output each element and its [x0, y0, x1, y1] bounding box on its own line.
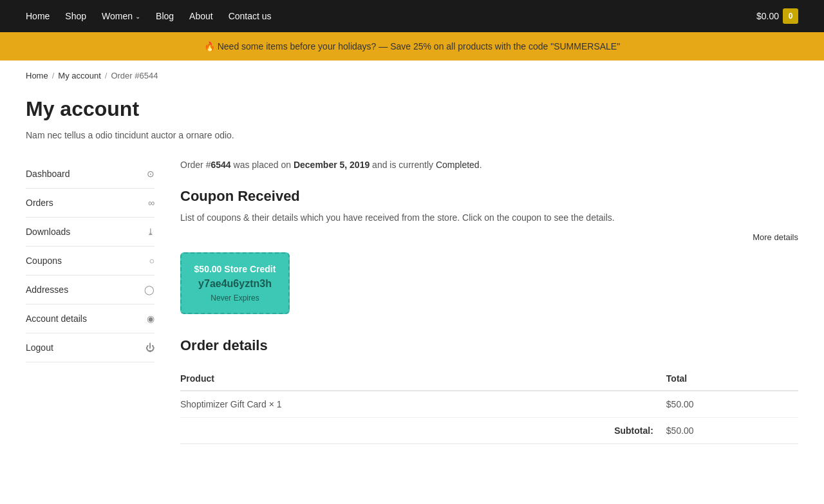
- sidebar-item-account-details[interactable]: Account details ◉: [26, 304, 154, 333]
- col-total: Total: [666, 367, 798, 391]
- coupon-section-title: Coupon Received: [180, 188, 798, 205]
- dashboard-icon: ⊙: [147, 169, 154, 179]
- order-table: Product Total Shoptimizer Gift Card × 1 …: [180, 367, 798, 444]
- col-product: Product: [180, 367, 666, 391]
- breadcrumb-sep-1: /: [52, 71, 55, 80]
- subtotal-row: Subtotal: $50.00: [180, 418, 798, 444]
- sidebar-item-downloads[interactable]: Downloads ⤓: [26, 218, 154, 247]
- account-main: Order #6544 was placed on December 5, 20…: [180, 160, 798, 444]
- cart-button[interactable]: $0.00 0: [756, 8, 798, 24]
- coupon-amount: $50.00 Store Credit: [189, 264, 281, 274]
- nav-women[interactable]: Women ⌄: [102, 11, 140, 21]
- nav-home[interactable]: Home: [26, 11, 50, 21]
- breadcrumb-current: Order #6544: [111, 71, 158, 80]
- order-details-title: Order details: [180, 337, 798, 354]
- orders-icon: ∞: [148, 198, 154, 208]
- breadcrumb-sep-2: /: [105, 71, 108, 80]
- cart-price: $0.00: [756, 11, 779, 21]
- coupon-expiry: Never Expires: [189, 294, 281, 303]
- row-product: Shoptimizer Gift Card × 1: [180, 391, 666, 418]
- subtotal-value: $50.00: [666, 418, 798, 444]
- page-description: Nam nec tellus a odio tincidunt auctor a…: [26, 130, 798, 140]
- main-content: My account Nam nec tellus a odio tincidu…: [0, 97, 824, 483]
- nav-shop[interactable]: Shop: [65, 11, 86, 21]
- more-details-link[interactable]: More details: [753, 232, 798, 242]
- sidebar-item-dashboard[interactable]: Dashboard ⊙: [26, 160, 154, 189]
- top-navigation: Home Shop Women ⌄ Blog About Contact us …: [0, 0, 824, 32]
- order-details-section: Order details Product Total Shoptimizer …: [180, 337, 798, 444]
- breadcrumb-home[interactable]: Home: [26, 71, 48, 80]
- account-details-icon: ◉: [147, 313, 154, 324]
- coupon-card[interactable]: $50.00 Store Credit y7ae4u6yztn3h Never …: [180, 252, 290, 314]
- sidebar-item-logout[interactable]: Logout ⏻: [26, 333, 154, 362]
- order-status-value: Completed: [436, 160, 480, 170]
- coupons-icon: ○: [149, 256, 154, 266]
- sidebar-item-orders[interactable]: Orders ∞: [26, 189, 154, 218]
- sidebar: Dashboard ⊙ Orders ∞ Downloads ⤓ Coupons…: [26, 160, 154, 362]
- addresses-icon: ◯: [144, 285, 154, 295]
- coupon-code: y7ae4u6yztn3h: [189, 278, 281, 290]
- account-layout: Dashboard ⊙ Orders ∞ Downloads ⤓ Coupons…: [26, 160, 798, 444]
- order-status-text: Order #6544 was placed on December 5, 20…: [180, 160, 798, 170]
- chevron-down-icon: ⌄: [135, 13, 140, 20]
- breadcrumb-my-account[interactable]: My account: [58, 71, 100, 80]
- coupon-description: List of coupons & their details which yo…: [180, 212, 798, 223]
- downloads-icon: ⤓: [147, 227, 154, 237]
- promo-banner: 🔥 Need some items before your holidays? …: [0, 32, 824, 61]
- nav-links: Home Shop Women ⌄ Blog About Contact us: [26, 11, 272, 21]
- breadcrumb: Home / My account / Order #6544: [0, 61, 824, 91]
- nav-blog[interactable]: Blog: [156, 11, 174, 21]
- order-date: December 5, 2019: [294, 160, 370, 170]
- row-total: $50.00: [666, 391, 798, 418]
- subtotal-label: Subtotal:: [180, 418, 666, 444]
- sidebar-item-addresses[interactable]: Addresses ◯: [26, 275, 154, 304]
- nav-about[interactable]: About: [189, 11, 213, 21]
- logout-icon: ⏻: [145, 342, 154, 353]
- cart-badge: 0: [783, 8, 798, 24]
- page-title: My account: [26, 97, 798, 121]
- sidebar-item-coupons[interactable]: Coupons ○: [26, 247, 154, 275]
- nav-contact[interactable]: Contact us: [229, 11, 272, 21]
- table-row: Shoptimizer Gift Card × 1 $50.00: [180, 391, 798, 418]
- more-details-row: More details: [180, 232, 798, 242]
- order-number: 6544: [211, 160, 230, 170]
